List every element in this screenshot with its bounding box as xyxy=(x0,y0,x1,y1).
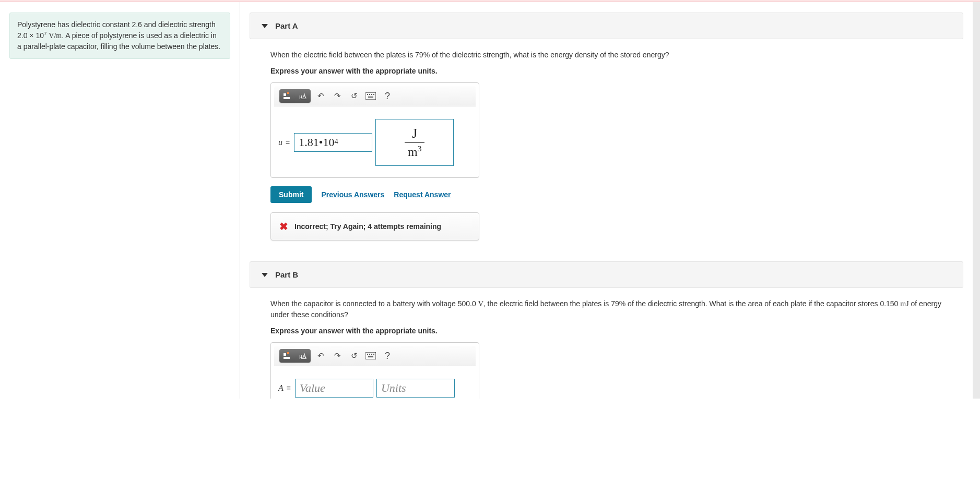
part-a-instruction: Express your answer with the appropriate… xyxy=(270,67,952,75)
chevron-down-icon xyxy=(262,273,268,277)
templates-icon[interactable] xyxy=(279,349,295,363)
part-b-units-input[interactable]: Units xyxy=(376,379,455,398)
part-b-title: Part B xyxy=(275,270,298,279)
part-a-body: When the electric field between the plat… xyxy=(240,39,973,256)
part-a-title: Part A xyxy=(275,21,298,30)
templates-icon[interactable] xyxy=(279,89,295,103)
unit-denominator: m3 xyxy=(408,143,421,159)
part-b-header[interactable]: Part B xyxy=(250,261,963,288)
svg-rect-4 xyxy=(367,94,368,95)
svg-rect-2 xyxy=(284,97,290,99)
svg-rect-8 xyxy=(368,97,373,98)
svg-rect-16 xyxy=(373,354,374,355)
previous-answers-link[interactable]: Previous Answers xyxy=(321,190,384,199)
chevron-down-icon xyxy=(262,24,268,28)
part-a-feedback: ✖ Incorrect; Try Again; 4 attempts remai… xyxy=(270,212,479,240)
problem-text-pre: Polystyrene has dielectric constant 2.6 … xyxy=(17,20,216,29)
parts-column: Part A When the electric field between t… xyxy=(240,2,973,399)
reset-icon[interactable]: ↺ xyxy=(347,349,361,363)
part-b-answer-row: A = Value Units xyxy=(271,369,479,399)
svg-rect-13 xyxy=(367,354,368,355)
part-b-answer-box: μÅ ↶ ↷ ↺ ? A = Value Units xyxy=(270,342,479,399)
equals-sign: = xyxy=(287,384,291,392)
svg-rect-3 xyxy=(365,92,376,100)
part-a-value-input[interactable]: 1.81 • 104 xyxy=(294,133,372,152)
part-a-variable: u xyxy=(278,138,282,147)
part-a-answer-box: μÅ ↶ ↷ ↺ ? u = 1.81 • 104 xyxy=(270,82,479,178)
toolbar-templates-group: μÅ xyxy=(279,349,311,363)
undo-icon[interactable]: ↶ xyxy=(314,349,327,363)
part-a-actions: Submit Previous Answers Request Answer xyxy=(270,186,952,203)
svg-rect-6 xyxy=(371,94,372,95)
equals-sign: = xyxy=(286,138,290,147)
redo-icon[interactable]: ↷ xyxy=(330,89,344,103)
fraction-display: J m3 xyxy=(405,126,424,159)
part-a-prompt: When the electric field between the plat… xyxy=(270,50,952,61)
redo-icon[interactable]: ↷ xyxy=(330,349,344,363)
incorrect-icon: ✖ xyxy=(279,220,288,233)
feedback-text: Incorrect; Try Again; 4 attempts remaini… xyxy=(294,222,441,231)
scrollbar-track[interactable] xyxy=(973,2,980,399)
keyboard-icon[interactable] xyxy=(364,349,377,363)
svg-rect-17 xyxy=(368,356,373,357)
part-a-answer-row: u = 1.81 • 104 J m3 xyxy=(271,110,479,177)
main-container: Polystyrene has dielectric constant 2.6 … xyxy=(0,2,980,399)
part-b-body: When the capacitor is connected to a bat… xyxy=(240,288,973,399)
help-icon[interactable]: ? xyxy=(381,89,394,103)
submit-button[interactable]: Submit xyxy=(270,186,312,203)
svg-rect-12 xyxy=(365,352,376,359)
part-a-toolbar: μÅ ↶ ↷ ↺ ? xyxy=(274,86,476,106)
keyboard-icon[interactable] xyxy=(364,89,377,103)
help-icon[interactable]: ? xyxy=(381,349,394,363)
problem-statement-box: Polystyrene has dielectric constant 2.6 … xyxy=(9,13,230,59)
svg-rect-11 xyxy=(284,357,290,359)
svg-rect-15 xyxy=(371,354,372,355)
units-picker-icon[interactable]: μÅ xyxy=(295,349,311,363)
svg-rect-1 xyxy=(287,92,289,94)
request-answer-link[interactable]: Request Answer xyxy=(394,190,451,199)
toolbar-templates-group: μÅ xyxy=(279,89,311,103)
unit-numerator: J xyxy=(405,126,424,143)
dielectric-strength-value: 2.0 × 107 V/m xyxy=(17,31,62,40)
part-b-variable: A xyxy=(278,383,284,393)
part-b-instruction: Express your answer with the appropriate… xyxy=(270,327,952,335)
part-a-header[interactable]: Part A xyxy=(250,13,963,39)
reset-icon[interactable]: ↺ xyxy=(347,89,361,103)
units-picker-icon[interactable]: μÅ xyxy=(295,89,311,103)
part-b-value-input[interactable]: Value xyxy=(295,379,373,398)
svg-rect-14 xyxy=(369,354,370,355)
part-b-prompt: When the capacitor is connected to a bat… xyxy=(270,298,952,320)
part-a-units-input[interactable]: J m3 xyxy=(375,119,454,166)
part-b-toolbar: μÅ ↶ ↷ ↺ ? xyxy=(274,346,476,366)
svg-rect-10 xyxy=(287,352,289,354)
svg-rect-5 xyxy=(369,94,370,95)
svg-rect-9 xyxy=(284,353,286,356)
svg-rect-7 xyxy=(373,94,374,95)
svg-rect-0 xyxy=(284,93,286,96)
problem-statement-column: Polystyrene has dielectric constant 2.6 … xyxy=(0,2,240,399)
undo-icon[interactable]: ↶ xyxy=(314,89,327,103)
